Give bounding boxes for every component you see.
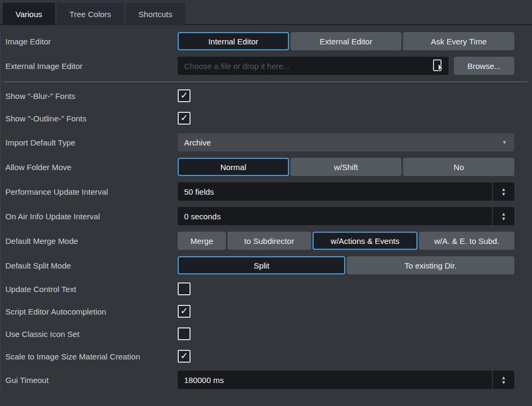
gui-timeout-label: Gui Timeout [5,371,178,389]
allow-folder-move-button-group: Normal w/Shift No [178,158,514,176]
browse-button[interactable]: Browse... [454,57,514,75]
tab-shortcuts[interactable]: Shortcuts [126,3,185,25]
row-show-blur-fonts: Show "-Blur-" Fonts ✓ [1,89,532,102]
row-use-classic-icon-set: Use Classic Icon Set ✓ [1,327,532,340]
external-image-editor-file-input[interactable]: Choose a file or drop it here... [178,57,449,75]
file-input-placeholder: Choose a file or drop it here... [184,62,432,71]
allow-folder-move-label: Allow Folder Move [5,158,178,176]
to-subdirector-button[interactable]: to Subdirector [227,232,311,250]
external-image-editor-label: External Image Editor [5,57,178,75]
default-merge-mode-button-group: Merge to Subdirector w/Actions & Events … [178,232,514,250]
check-icon: ✓ [180,351,188,361]
tab-tree-colors[interactable]: Tree Colors [57,3,124,25]
row-external-image-editor: External Image Editor Choose a file or d… [1,57,532,75]
folder-move-with-shift-button[interactable]: w/Shift [291,158,402,176]
check-icon: ✓ [180,113,188,122]
import-default-type-label: Import Default Type [5,133,178,151]
row-default-merge-mode: Default Merge Mode Merge to Subdirector … [1,232,532,250]
row-on-air-info-update-interval: On Air Info Update Interval 0 seconds ▲ … [1,207,532,225]
row-scale-to-image-size-material-creation: Scale to Image Size Material Creation ✓ [1,350,532,363]
show-outline-fonts-label: Show "-Outline-" Fonts [5,112,178,125]
row-gui-timeout: Gui Timeout 180000 ms ▲ ▼ [1,371,532,389]
performance-update-interval-label: Performance Update Interval [5,182,178,201]
merge-button[interactable]: Merge [178,232,226,250]
spinner-buttons[interactable]: ▲ ▼ [492,371,514,389]
spinner-buttons[interactable]: ▲ ▼ [492,207,514,225]
row-script-editor-autocompletion: Script Editor Autocompletion ✓ [1,305,532,318]
script-editor-autocompletion-label: Script Editor Autocompletion [5,305,178,318]
row-show-outline-fonts: Show "-Outline-" Fonts ✓ [1,112,532,125]
scale-to-image-size-material-creation-checkbox[interactable]: ✓ [178,350,191,363]
script-editor-autocompletion-checkbox[interactable]: ✓ [178,305,191,318]
separator [4,81,528,82]
row-default-split-mode: Default Split Mode Split To existing Dir… [1,256,532,274]
on-air-info-update-interval-label: On Air Info Update Interval [5,207,178,225]
spinner-buttons[interactable]: ▲ ▼ [492,182,514,201]
chevron-down-icon: ▼ [502,140,507,145]
to-existing-dir-button[interactable]: To existing Dir. [347,256,514,274]
default-split-mode-label: Default Split Mode [5,256,178,274]
spin-up-icon[interactable]: ▲ [501,212,506,216]
spin-down-icon[interactable]: ▼ [501,217,506,221]
internal-editor-button[interactable]: Internal Editor [178,32,289,50]
row-update-control-text: Update Control Text ✓ [1,282,532,295]
update-control-text-label: Update Control Text [5,282,178,295]
on-air-info-update-interval-value: 0 seconds [178,207,492,225]
check-icon: ✓ [180,91,188,100]
spin-up-icon[interactable]: ▲ [501,376,506,380]
with-actions-and-events-button[interactable]: w/Actions & Events [313,232,417,250]
row-allow-folder-move: Allow Folder Move Normal w/Shift No [1,158,532,176]
ask-every-time-button[interactable]: Ask Every Time [403,32,514,50]
row-performance-update-interval: Performance Update Interval 50 fields ▲ … [1,182,532,201]
with-a-and-e-to-subd-button[interactable]: w/A. & E. to Subd. [419,232,514,250]
on-air-info-update-interval-spinner[interactable]: 0 seconds ▲ ▼ [178,207,514,225]
update-control-text-checkbox[interactable]: ✓ [178,282,191,295]
spin-down-icon[interactable]: ▼ [501,192,506,196]
use-classic-icon-set-checkbox[interactable]: ✓ [178,327,191,340]
spin-down-icon[interactable]: ▼ [501,380,506,385]
row-image-editor: Image Editor Internal Editor External Ed… [1,32,532,50]
use-classic-icon-set-label: Use Classic Icon Set [5,327,178,340]
folder-move-normal-button[interactable]: Normal [178,158,289,176]
show-blur-fonts-checkbox[interactable]: ✓ [178,89,191,102]
import-default-type-select[interactable]: Archive ▼ [178,133,514,151]
external-editor-button[interactable]: External Editor [291,32,402,50]
gui-timeout-spinner[interactable]: 180000 ms ▲ ▼ [178,371,514,389]
file-pick-icon[interactable] [432,59,444,73]
image-editor-button-group: Internal Editor External Editor Ask Ever… [178,32,514,50]
folder-move-no-button[interactable]: No [403,158,514,176]
settings-panel: Various Tree Colors Shortcuts Image Edit… [0,0,532,406]
show-outline-fonts-checkbox[interactable]: ✓ [178,112,191,125]
performance-update-interval-value: 50 fields [178,182,492,201]
default-merge-mode-label: Default Merge Mode [5,232,178,250]
import-default-type-value: Archive [184,138,502,147]
settings-content: Image Editor Internal Editor External Ed… [0,32,532,389]
tab-bar: Various Tree Colors Shortcuts [0,0,532,25]
image-editor-label: Image Editor [5,32,178,50]
default-split-mode-button-group: Split To existing Dir. [178,256,514,274]
row-import-default-type: Import Default Type Archive ▼ [1,133,532,151]
spin-up-icon[interactable]: ▲ [501,187,506,191]
gui-timeout-value: 180000 ms [178,371,492,389]
check-icon: ✓ [180,307,188,316]
performance-update-interval-spinner[interactable]: 50 fields ▲ ▼ [178,182,514,201]
tab-various[interactable]: Various [3,3,55,25]
scale-to-image-size-material-creation-label: Scale to Image Size Material Creation [5,350,178,363]
show-blur-fonts-label: Show "-Blur-" Fonts [5,89,178,102]
split-button[interactable]: Split [178,256,345,274]
